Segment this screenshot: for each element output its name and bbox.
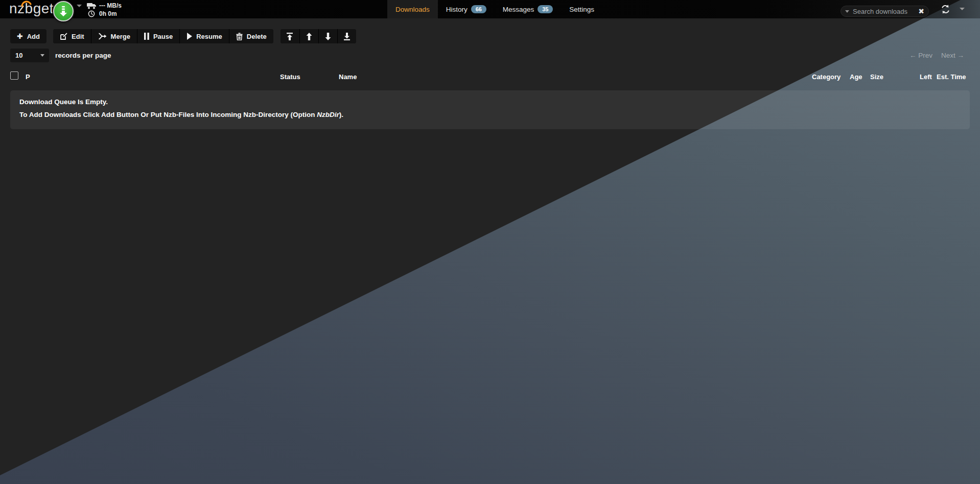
column-category[interactable]: Category xyxy=(812,73,841,81)
tab-downloads[interactable]: Downloads xyxy=(387,0,438,18)
merge-button-label: Merge xyxy=(111,33,130,40)
column-name[interactable]: Name xyxy=(339,73,357,81)
history-count-badge: 66 xyxy=(471,5,486,13)
search-box: ✖ xyxy=(841,6,929,17)
move-top-button[interactable] xyxy=(281,29,299,43)
merge-icon xyxy=(98,33,107,40)
move-up-button[interactable] xyxy=(299,29,318,43)
move-bottom-icon xyxy=(343,33,351,40)
plus-icon: ✚ xyxy=(17,33,23,40)
refresh-icon xyxy=(940,4,951,14)
next-page-link[interactable]: Next → xyxy=(941,52,964,59)
add-button-label: Add xyxy=(27,33,40,40)
tab-downloads-label: Downloads xyxy=(395,6,430,13)
empty-hint-prefix: To Add Downloads Click Add Button Or Put… xyxy=(19,111,317,118)
move-top-icon xyxy=(286,33,293,40)
pause-icon xyxy=(144,33,149,40)
download-logo-icon xyxy=(58,6,68,17)
move-down-icon xyxy=(324,33,332,40)
records-per-page-select[interactable]: 10 xyxy=(10,49,49,62)
logo-signal-arc-icon xyxy=(20,0,33,7)
records-per-page-label: records per page xyxy=(55,52,111,59)
column-status[interactable]: Status xyxy=(280,73,300,81)
merge-button[interactable]: Merge xyxy=(91,29,137,43)
tab-history-label: History xyxy=(446,6,468,13)
edit-icon xyxy=(60,33,67,40)
uptime-value: 0h 0m xyxy=(99,11,117,17)
tab-messages[interactable]: Messages 35 xyxy=(495,0,562,18)
column-size[interactable]: Size xyxy=(870,73,883,81)
truck-icon xyxy=(87,3,97,9)
select-caret-down-icon xyxy=(40,54,44,57)
refresh-button[interactable] xyxy=(940,4,951,14)
main-nav: Downloads History 66 Messages 35 Setting… xyxy=(387,0,602,18)
move-group xyxy=(281,29,356,43)
top-navbar: nzbget --- MB/s xyxy=(0,0,980,18)
empty-hint-suffix: ). xyxy=(339,111,343,118)
download-logo-button[interactable] xyxy=(53,1,74,21)
move-down-button[interactable] xyxy=(318,29,337,43)
clear-search-icon[interactable]: ✖ xyxy=(918,8,924,15)
pager-row: 10 records per page ← Prev Next → xyxy=(0,49,980,63)
speed-value: --- MB/s xyxy=(99,3,122,9)
move-bottom-button[interactable] xyxy=(337,29,356,43)
queue-table-header: P Status Name Category Age Size Left Est… xyxy=(0,69,980,90)
play-icon xyxy=(186,33,192,40)
tab-settings[interactable]: Settings xyxy=(561,0,602,18)
column-left[interactable]: Left xyxy=(920,73,932,81)
column-priority[interactable]: P xyxy=(26,73,30,81)
column-est-time[interactable]: Est. Time xyxy=(937,73,966,81)
search-caret-icon[interactable] xyxy=(845,10,849,13)
add-group: ✚ Add xyxy=(10,29,46,43)
edit-button[interactable]: Edit xyxy=(53,29,91,43)
edit-group: Edit Merge Pause xyxy=(53,29,273,43)
trash-icon xyxy=(236,33,243,40)
edit-button-label: Edit xyxy=(72,33,84,40)
search-input[interactable] xyxy=(853,8,918,15)
pause-button[interactable]: Pause xyxy=(137,29,179,43)
messages-count-badge: 35 xyxy=(538,5,553,13)
resume-button-label: Resume xyxy=(196,33,222,40)
logo-caret-down-icon[interactable] xyxy=(77,5,82,7)
tab-settings-label: Settings xyxy=(569,6,594,13)
tab-history[interactable]: History 66 xyxy=(438,0,495,18)
prev-page-link[interactable]: ← Prev xyxy=(909,52,932,59)
records-per-page-value: 10 xyxy=(15,52,22,59)
clock-icon xyxy=(88,10,95,17)
resume-button[interactable]: Resume xyxy=(179,29,229,43)
delete-button[interactable]: Delete xyxy=(229,29,273,43)
empty-queue-panel: Download Queue Is Empty. To Add Download… xyxy=(10,90,970,129)
empty-hint-option: NzbDir xyxy=(317,111,339,118)
pause-button-label: Pause xyxy=(153,33,173,40)
add-button[interactable]: ✚ Add xyxy=(10,29,46,43)
nzbget-app: nzbget --- MB/s xyxy=(0,0,980,484)
refresh-caret-down-icon[interactable] xyxy=(960,8,965,10)
move-up-icon xyxy=(306,33,313,40)
column-age[interactable]: Age xyxy=(850,73,862,81)
empty-queue-title: Download Queue Is Empty. xyxy=(19,98,961,106)
empty-queue-hint: To Add Downloads Click Add Button Or Put… xyxy=(19,111,961,118)
delete-button-label: Delete xyxy=(247,33,267,40)
select-all-checkbox[interactable] xyxy=(10,71,18,80)
tab-messages-label: Messages xyxy=(503,6,534,13)
queue-toolbar: ✚ Add Edit Merge xyxy=(10,29,356,43)
